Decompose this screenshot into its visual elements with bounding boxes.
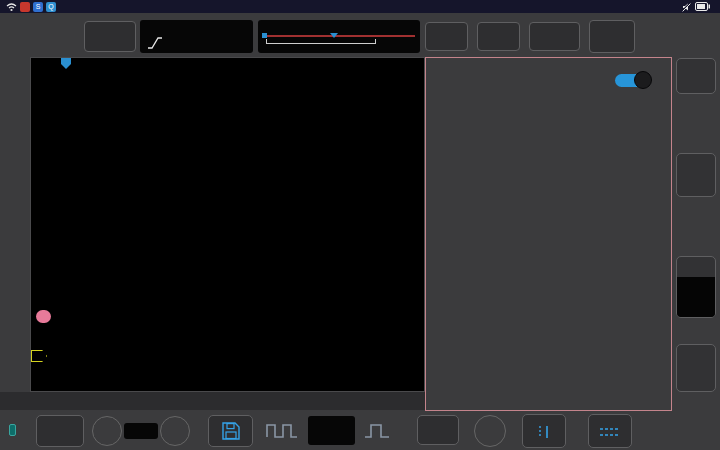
quick-menu-button[interactable] — [36, 415, 84, 447]
bottom-toolbar — [0, 412, 720, 450]
run-button[interactable] — [425, 22, 468, 51]
toggle-knob — [634, 71, 652, 89]
battery-icon — [695, 2, 710, 11]
memory-bar — [263, 35, 415, 37]
ref-button[interactable] — [676, 153, 716, 197]
app-icon-blue-2: Q — [46, 2, 56, 12]
decoder-settings-panel — [425, 57, 672, 411]
save-button[interactable] — [208, 415, 253, 447]
wifi-icon — [6, 2, 17, 12]
single-seq-button[interactable] — [529, 22, 580, 51]
save-icon — [221, 421, 241, 441]
status-bar: S Q — [0, 0, 720, 13]
decrease-button[interactable] — [160, 416, 190, 446]
oscilloscope-screen: S Q — [0, 0, 720, 450]
mute-icon — [681, 2, 691, 12]
waveform-plot[interactable] — [30, 57, 425, 392]
can-waveform — [31, 58, 424, 391]
decoder-badge — [36, 310, 51, 323]
app-icon-red — [20, 2, 30, 12]
time-axis — [0, 392, 426, 410]
increase-button[interactable] — [92, 416, 122, 446]
vertical-cursor-button[interactable] — [522, 414, 566, 448]
pulse-icon[interactable] — [364, 422, 390, 440]
can-channel-button[interactable] — [676, 256, 716, 318]
app-icon-blue-1: S — [33, 2, 43, 12]
rising-edge-icon — [147, 36, 163, 50]
s2-button[interactable] — [676, 344, 716, 392]
window-bracket — [266, 39, 376, 44]
small-battery-icon — [9, 424, 16, 436]
s1-enable-toggle[interactable] — [615, 74, 649, 87]
trigger-status-box[interactable] — [140, 20, 253, 53]
cursor-vertical-icon — [535, 426, 553, 438]
memory-sample-box[interactable] — [258, 20, 420, 53]
square-wave-icon[interactable] — [266, 422, 298, 440]
cursor-horizontal-icon — [600, 426, 620, 438]
auto-button[interactable] — [477, 22, 520, 51]
horizontal-cursor-button[interactable] — [588, 414, 632, 448]
fifty-percent-button[interactable] — [417, 415, 459, 445]
can-threshold-value — [677, 277, 715, 317]
main-menu-button[interactable] — [84, 21, 136, 52]
math-button[interactable] — [676, 58, 716, 94]
memory-left-marker — [262, 33, 267, 38]
decode-bar — [31, 304, 426, 330]
fine-tune-badge[interactable] — [124, 423, 158, 439]
chx-button[interactable] — [474, 415, 506, 447]
memory-position-marker — [330, 33, 338, 38]
timebase-value[interactable] — [308, 416, 355, 445]
channel-menu-button[interactable] — [589, 20, 635, 53]
